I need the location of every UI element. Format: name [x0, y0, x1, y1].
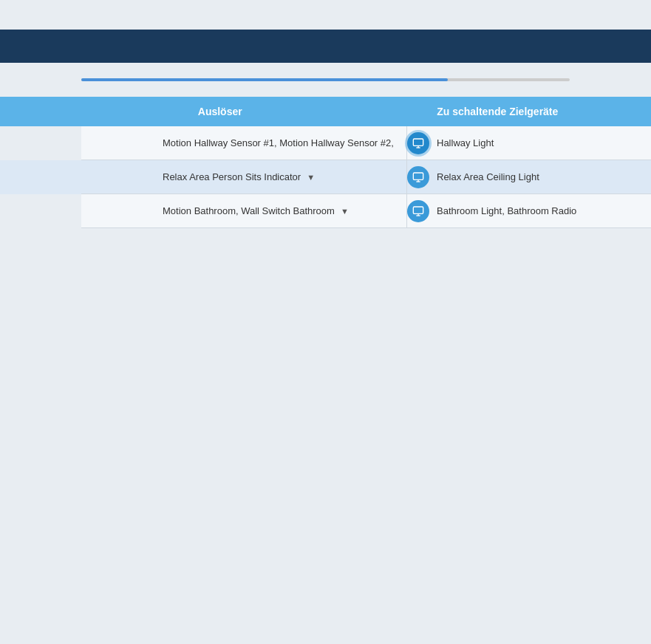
- row2-target-text: Relax Area Ceiling Light: [437, 171, 539, 182]
- row2-trigger-text: Relax Area Person Sits Indicator: [163, 171, 301, 182]
- monitor-icon[interactable]: [407, 132, 429, 154]
- col-zielgeraete-header: Zu schaltende Zielgeräte: [359, 106, 652, 117]
- table-row: Motion Bathroom, Wall Switch Bathroom ▼ …: [0, 194, 651, 228]
- dropdown-arrow-icon[interactable]: ▼: [341, 207, 349, 216]
- row-left-border: [0, 160, 81, 194]
- row2-right: Relax Area Ceiling Light: [407, 166, 651, 188]
- svg-rect-6: [413, 207, 423, 213]
- monitor-icon[interactable]: [407, 166, 429, 188]
- row1-trigger-text: Motion Hallway Sensor #1, Motion Hallway…: [163, 137, 394, 148]
- content-area: Auslöser Zu schaltende Zielgeräte Motion…: [0, 63, 651, 228]
- table-row: Relax Area Person Sits Indicator ▼ Relax…: [0, 160, 651, 194]
- row-left-border: [0, 126, 81, 160]
- col-ausloeser-header: Auslöser: [0, 106, 359, 117]
- table-header: Auslöser Zu schaltende Zielgeräte: [0, 97, 651, 126]
- svg-rect-0: [413, 139, 423, 145]
- row1-target-text: Hallway Light: [437, 137, 494, 148]
- progress-fill: [81, 78, 448, 81]
- monitor-icon[interactable]: [407, 200, 429, 222]
- row3-left: Motion Bathroom, Wall Switch Bathroom ▼: [81, 205, 406, 216]
- progress-bar-area: [0, 78, 651, 82]
- header-bar: [0, 30, 651, 63]
- row3-trigger-text: Motion Bathroom, Wall Switch Bathroom: [163, 205, 335, 216]
- top-bar: [0, 0, 651, 30]
- row1-left: Motion Hallway Sensor #1, Motion Hallway…: [81, 137, 406, 148]
- table-row: Motion Hallway Sensor #1, Motion Hallway…: [0, 126, 651, 160]
- row2-left: Relax Area Person Sits Indicator ▼: [81, 171, 406, 182]
- svg-rect-3: [413, 173, 423, 179]
- table-container: Auslöser Zu schaltende Zielgeräte Motion…: [0, 97, 651, 228]
- row1-right: Hallway Light: [407, 132, 651, 154]
- row-left-border: [0, 194, 81, 228]
- row3-target-text: Bathroom Light, Bathroom Radio: [437, 205, 576, 216]
- progress-track: [81, 78, 570, 81]
- row3-right: Bathroom Light, Bathroom Radio: [407, 200, 651, 222]
- dropdown-arrow-icon[interactable]: ▼: [307, 173, 315, 182]
